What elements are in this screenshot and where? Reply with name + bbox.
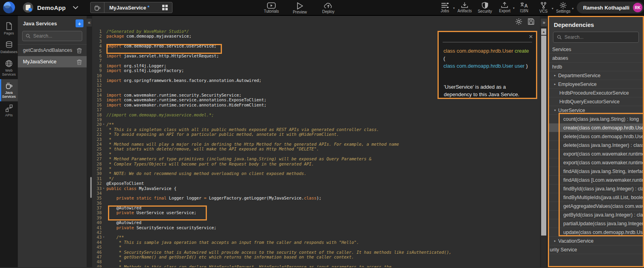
- chevron-down-icon[interactable]: ▾: [554, 108, 558, 112]
- code-line-16[interactable]: 16import com.wavemaker.runtime.service.a…: [92, 103, 540, 107]
- scrollbar-track[interactable]: ▲: [541, 29, 546, 267]
- tree-item[interactable]: ▸DepartmentService: [549, 71, 643, 80]
- chevron-right-icon[interactable]: ▸: [554, 239, 558, 243]
- user-menu[interactable]: Ramesh Kothapalli RK: [577, 2, 644, 13]
- mini-scrollbar-thumb[interactable]: [90, 177, 92, 198]
- code-line-17[interactable]: 17: [92, 107, 540, 112]
- code-line-20[interactable]: 20▾/**: [92, 122, 540, 127]
- collapse-panel-button[interactable]: «: [87, 19, 92, 27]
- dependencies-search[interactable]: [553, 32, 639, 43]
- method-item[interactable]: findAll(class [Lcom.wavemaker.runtime.da…: [549, 176, 643, 184]
- project-selector[interactable]: DemoApp: [23, 2, 66, 13]
- method-item[interactable]: getById(class java.lang.Integer) : class…: [549, 211, 643, 219]
- code-line-21[interactable]: 21 * This is a singleton class with all …: [92, 127, 540, 132]
- code-line-46[interactable]: 46 * SecurityService that is Autowired w…: [92, 250, 540, 255]
- trash-icon[interactable]: [77, 59, 82, 65]
- chevron-right-icon[interactable]: ▸: [554, 74, 558, 77]
- chevron-down-icon[interactable]: [73, 6, 78, 9]
- topbar-action-deploy[interactable]: Deploy: [318, 0, 339, 14]
- topbar-action-i18n[interactable]: AI18N: [517, 2, 531, 13]
- code-line-41[interactable]: 41 private SecurityService securityServi…: [92, 225, 540, 230]
- method-item[interactable]: getAggregatedValues(class com.wavemak: [549, 202, 643, 211]
- sidebar-item-databases[interactable]: Databases: [0, 38, 18, 57]
- code-line-28[interactable]: 28 * Complex Types/Objects will become p…: [92, 162, 540, 166]
- list-item-MyJavaService[interactable]: MyJavaService: [18, 56, 87, 68]
- service-search[interactable]: [22, 31, 82, 41]
- trash-icon[interactable]: [77, 48, 82, 53]
- topbar-action-tutorials[interactable]: Tutorials: [261, 0, 282, 13]
- method-item[interactable]: findAll(class java.lang.String, interfac…: [549, 167, 643, 176]
- tree-item[interactable]: HrdbQueryExecutorService: [549, 97, 643, 106]
- sidebar-item-pages[interactable]: Pages: [0, 19, 18, 38]
- code-editor[interactable]: 1/*Generated by WaveMaker Studio*/2packa…: [92, 16, 540, 267]
- code-line-48[interactable]: 48 *: [92, 259, 540, 264]
- tree-item[interactable]: Services: [549, 45, 643, 54]
- topbar-action-preview[interactable]: Preview: [290, 0, 310, 14]
- code-line-18[interactable]: 18//import com.demoapp.myjavaservice.mod…: [92, 112, 540, 117]
- code-line-31[interactable]: 31 */: [92, 176, 540, 181]
- topbar-action-export[interactable]: Export▾: [498, 2, 511, 13]
- fold-arrow-icon[interactable]: ▾: [102, 235, 106, 239]
- code-line-32[interactable]: 32@ExposeToClient: [92, 181, 540, 186]
- method-item[interactable]: delete(class com.demoapp.hrdb.User) : vo…: [549, 132, 643, 141]
- code-line-25[interactable]: 25 * that starts with delete/remove, wil…: [92, 146, 540, 151]
- list-item-getCardsAndBalances[interactable]: getCardsAndBalances: [18, 45, 87, 56]
- method-item[interactable]: export(class com.wavemaker.runtime.data.: [549, 158, 643, 167]
- topbar-action-vcs[interactable]: VCS▾: [537, 2, 550, 13]
- code-line-40[interactable]: 40 @Autowired: [92, 220, 540, 225]
- code-line-23[interactable]: 23 *: [92, 137, 540, 142]
- scrollbar-thumb[interactable]: [541, 36, 546, 236]
- method-item[interactable]: count(class java.lang.String) : long: [549, 115, 643, 124]
- topbar-action-jobs[interactable]: Jobs▾: [438, 2, 452, 13]
- method-item[interactable]: create(class com.demoapp.hrdb.User) : cl…: [549, 124, 643, 132]
- code-line-29[interactable]: 29 *: [92, 166, 540, 171]
- search-input[interactable]: [33, 33, 79, 39]
- sidebar-item-web-services[interactable]: WebServices: [0, 57, 18, 79]
- method-item[interactable]: update(class com.demoapp.hrdb.User) : cl: [549, 228, 643, 237]
- tree-item[interactable]: abases: [549, 54, 643, 63]
- code-line-34[interactable]: 34: [92, 191, 540, 196]
- sidebar-item-apis[interactable]: APIs: [0, 101, 18, 120]
- code-line-22[interactable]: 22 * To avoid exposing an API for a part…: [92, 132, 540, 137]
- code-line-49[interactable]: 49 * Methods in this class can declare H…: [92, 264, 540, 267]
- tree-item[interactable]: urity Service: [549, 245, 643, 254]
- method-item[interactable]: delete(class java.lang.Integer) : class …: [549, 141, 643, 150]
- open-service-tab[interactable]: MyJavaService *: [90, 2, 172, 13]
- expand-panel-button[interactable]: »: [541, 19, 547, 27]
- close-icon[interactable]: ×: [529, 33, 533, 40]
- code-line-30[interactable]: 30 * NOTE: We do not recommend using met…: [92, 171, 540, 176]
- chevron-right-icon[interactable]: ▸: [554, 82, 558, 86]
- code-line-36[interactable]: 36: [92, 201, 540, 205]
- code-line-45[interactable]: 45 *: [92, 245, 540, 249]
- code-line-26[interactable]: 26 *: [92, 152, 540, 156]
- method-item[interactable]: partialUpdate(class java.lang.Integer, j…: [549, 219, 643, 228]
- add-service-button[interactable]: +: [76, 19, 83, 27]
- save-icon[interactable]: [528, 18, 534, 25]
- method-item[interactable]: findByMultipleIds(java.util.List, boolea…: [549, 193, 643, 202]
- topbar-action-security[interactable]: Security: [478, 2, 492, 13]
- topbar-action-settings[interactable]: Settings▾: [556, 2, 570, 13]
- code-line-24[interactable]: 24 * Method names will play a major role…: [92, 142, 540, 146]
- sidebar-item-java-services[interactable]: JavaServices: [0, 79, 18, 101]
- fold-arrow-icon[interactable]: ▾: [102, 186, 106, 191]
- code-line-42[interactable]: 42: [92, 230, 540, 235]
- editor-settings-gear-icon[interactable]: [515, 18, 522, 25]
- method-item[interactable]: export(class com.wavemaker.runtime.data.: [549, 150, 643, 158]
- wavemaker-logo-icon[interactable]: [3, 2, 15, 13]
- code-line-35[interactable]: 35 private static final Logger logger = …: [92, 196, 540, 200]
- method-item[interactable]: findById(class java.lang.Integer) : clas…: [549, 184, 643, 193]
- tree-item[interactable]: ▸EmployeeService: [549, 80, 643, 89]
- search-input[interactable]: [564, 34, 635, 40]
- tree-item[interactable]: hrdb: [549, 63, 643, 71]
- fold-arrow-icon[interactable]: ▾: [102, 122, 106, 127]
- code-line-47[interactable]: 47 * getUserName() and getUserId() etc w…: [92, 255, 540, 259]
- code-line-43[interactable]: 43▾ /**: [92, 235, 540, 239]
- tree-item[interactable]: ▸VacationService: [549, 237, 643, 245]
- tree-item[interactable]: HrdbProcedureExecutorService: [549, 89, 643, 97]
- tree-item[interactable]: ▾UserService: [549, 106, 643, 115]
- code-line-27[interactable]: 27 * Method Parameters of type primitive…: [92, 156, 540, 161]
- code-line-19[interactable]: 19: [92, 117, 540, 122]
- topbar-action-artifacts[interactable]: Artifacts: [458, 2, 472, 13]
- code-line-44[interactable]: 44 * This is sample java operation that …: [92, 240, 540, 245]
- scroll-up-arrow-icon[interactable]: ▲: [541, 29, 546, 35]
